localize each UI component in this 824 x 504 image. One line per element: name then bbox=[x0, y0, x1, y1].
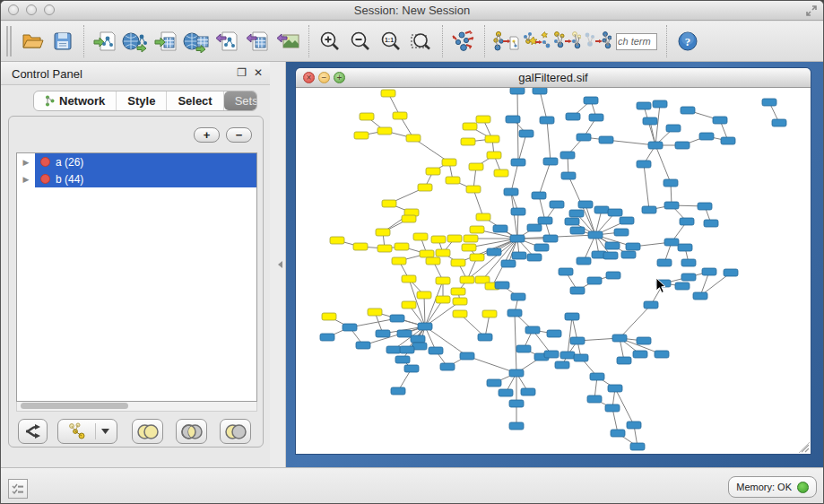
network-node[interactable] bbox=[470, 226, 484, 233]
network-node[interactable] bbox=[511, 159, 525, 166]
network-node[interactable] bbox=[353, 243, 368, 250]
network-node[interactable] bbox=[507, 309, 522, 317]
import-network-file-button[interactable] bbox=[90, 25, 120, 57]
network-node[interactable] bbox=[404, 365, 419, 372]
network-node[interactable] bbox=[603, 252, 618, 259]
network-node[interactable] bbox=[504, 188, 518, 196]
network-node[interactable] bbox=[702, 268, 716, 275]
sets-list-hscrollbar[interactable] bbox=[16, 402, 257, 412]
network-node[interactable] bbox=[587, 395, 602, 403]
collapse-panel-icon[interactable] bbox=[278, 261, 282, 268]
network-node[interactable] bbox=[499, 389, 513, 396]
network-node[interactable] bbox=[617, 357, 631, 364]
import-table-file-button[interactable] bbox=[151, 25, 181, 57]
network-node[interactable] bbox=[431, 236, 446, 243]
close-panel-button[interactable]: ✕ bbox=[254, 67, 263, 79]
network-node[interactable] bbox=[509, 400, 524, 407]
network-node[interactable] bbox=[588, 231, 603, 239]
network-node[interactable] bbox=[411, 335, 425, 343]
frame-resize-grip[interactable] bbox=[799, 442, 810, 453]
network-node[interactable] bbox=[561, 172, 576, 179]
network-node[interactable] bbox=[698, 203, 712, 210]
network-node[interactable] bbox=[487, 152, 501, 159]
network-node[interactable] bbox=[666, 125, 681, 132]
network-node[interactable] bbox=[772, 119, 786, 126]
network-node[interactable] bbox=[577, 134, 591, 141]
network-node[interactable] bbox=[426, 257, 440, 265]
network-node[interactable] bbox=[478, 334, 492, 341]
create-set-from-network-button[interactable] bbox=[57, 419, 117, 444]
network-node[interactable] bbox=[397, 330, 412, 337]
network-node[interactable] bbox=[762, 99, 776, 106]
network-node[interactable] bbox=[402, 301, 416, 308]
network-node[interactable] bbox=[577, 257, 591, 265]
network-canvas[interactable] bbox=[296, 88, 811, 454]
network-node[interactable] bbox=[532, 192, 546, 199]
network-node[interactable] bbox=[664, 202, 679, 209]
network-node[interactable] bbox=[391, 387, 405, 395]
network-node[interactable] bbox=[527, 224, 542, 231]
network-node[interactable] bbox=[453, 298, 467, 305]
network-frame[interactable]: × − + galFiltered.sif bbox=[296, 68, 811, 454]
network-node[interactable] bbox=[540, 117, 554, 124]
network-node[interactable] bbox=[494, 169, 508, 177]
network-node[interactable] bbox=[584, 97, 598, 104]
network-node[interactable] bbox=[320, 334, 334, 341]
network-node[interactable] bbox=[611, 430, 625, 437]
network-node[interactable] bbox=[436, 249, 450, 256]
network-node[interactable] bbox=[451, 259, 465, 266]
network-node[interactable] bbox=[506, 116, 520, 123]
select-first-neighbors-button[interactable] bbox=[551, 25, 582, 57]
network-node[interactable] bbox=[453, 310, 467, 317]
zoom-fit-selected-button[interactable] bbox=[406, 25, 437, 57]
union-sets-button[interactable] bbox=[132, 419, 163, 444]
network-node[interactable] bbox=[464, 235, 478, 242]
network-node[interactable] bbox=[589, 114, 603, 121]
network-node[interactable] bbox=[608, 385, 622, 392]
network-node[interactable] bbox=[382, 200, 396, 207]
network-node[interactable] bbox=[605, 404, 620, 412]
new-network-from-selection-button[interactable] bbox=[521, 25, 551, 57]
fullscreen-icon[interactable] bbox=[805, 4, 818, 17]
network-node[interactable] bbox=[675, 282, 690, 290]
export-table-button[interactable] bbox=[242, 25, 273, 57]
network-node[interactable] bbox=[630, 443, 645, 450]
network-node[interactable] bbox=[426, 168, 440, 175]
network-node[interactable] bbox=[637, 102, 651, 109]
network-node[interactable] bbox=[519, 130, 533, 137]
network-node[interactable] bbox=[446, 177, 460, 184]
network-node[interactable] bbox=[608, 209, 622, 216]
network-node[interactable] bbox=[466, 186, 481, 193]
import-table-web-button[interactable] bbox=[181, 25, 212, 57]
network-node[interactable] bbox=[643, 117, 657, 125]
network-node[interactable] bbox=[657, 259, 672, 266]
split-set-button[interactable] bbox=[18, 419, 48, 444]
memory-status-button[interactable]: Memory: OK bbox=[728, 476, 817, 498]
network-node[interactable] bbox=[570, 337, 585, 344]
network-node[interactable] bbox=[395, 243, 409, 250]
export-network-button[interactable] bbox=[212, 25, 242, 57]
network-node[interactable] bbox=[555, 361, 569, 369]
import-network-web-button[interactable] bbox=[120, 25, 151, 57]
network-node[interactable] bbox=[550, 201, 564, 208]
network-node[interactable] bbox=[565, 313, 579, 320]
network-node[interactable] bbox=[343, 324, 357, 331]
network-node[interactable] bbox=[565, 218, 579, 225]
network-node[interactable] bbox=[642, 206, 656, 213]
network-node[interactable] bbox=[653, 100, 667, 108]
network-node[interactable] bbox=[509, 369, 524, 377]
network-node[interactable] bbox=[713, 117, 727, 124]
network-node[interactable] bbox=[621, 251, 636, 258]
network-node[interactable] bbox=[547, 330, 561, 337]
network-node[interactable] bbox=[402, 275, 416, 282]
network-node[interactable] bbox=[511, 293, 525, 300]
network-node[interactable] bbox=[487, 248, 501, 256]
network-node[interactable] bbox=[681, 274, 696, 281]
remove-set-button[interactable]: − bbox=[226, 127, 252, 143]
network-node[interactable] bbox=[637, 337, 651, 344]
network-node[interactable] bbox=[570, 287, 585, 294]
network-node[interactable] bbox=[376, 229, 390, 236]
network-node[interactable] bbox=[368, 308, 382, 316]
network-node[interactable] bbox=[510, 88, 525, 94]
network-node[interactable] bbox=[627, 421, 641, 429]
